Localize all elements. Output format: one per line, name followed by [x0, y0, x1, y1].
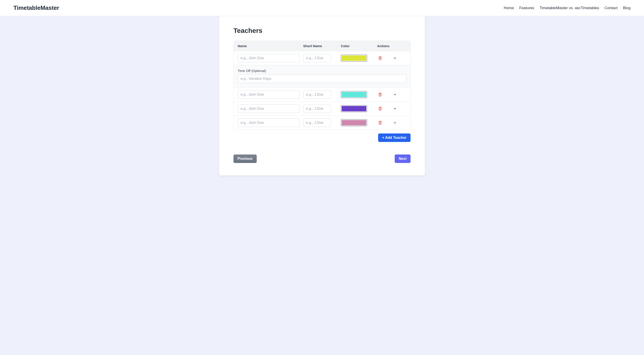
- expand-button[interactable]: [392, 92, 398, 98]
- timeoff-label: Time Off (Optional): [238, 69, 406, 73]
- table-row: [234, 88, 410, 102]
- chevron-down-icon: [393, 121, 397, 125]
- short-name-input[interactable]: [303, 54, 331, 62]
- nav-link-contact[interactable]: Contact: [604, 6, 618, 10]
- short-name-input[interactable]: [303, 118, 331, 127]
- expanded-row: Time Off (Optional): [234, 65, 410, 88]
- trash-icon: [378, 120, 382, 125]
- next-button[interactable]: Next: [395, 154, 410, 163]
- short-name-input[interactable]: [303, 90, 331, 99]
- teachers-card: Teachers Name Short Name Color Actions: [219, 16, 425, 176]
- trash-icon: [378, 56, 382, 60]
- top-nav: TimetableMaster Home Features TimetableM…: [0, 0, 644, 16]
- row-actions: [376, 92, 406, 98]
- nav-link-compare[interactable]: TimetableMaster vs. ascTimetables: [540, 6, 599, 10]
- chevron-down-icon: [393, 107, 397, 111]
- color-picker[interactable]: [341, 105, 367, 112]
- logo[interactable]: TimetableMaster: [14, 4, 59, 12]
- col-name: Name: [238, 44, 300, 48]
- collapse-button[interactable]: [392, 55, 398, 61]
- color-picker[interactable]: [341, 91, 367, 98]
- delete-button[interactable]: [377, 92, 383, 98]
- nav-link-home[interactable]: Home: [504, 6, 514, 10]
- color-picker[interactable]: [341, 54, 367, 62]
- expand-button[interactable]: [392, 106, 398, 112]
- nav-link-blog[interactable]: Blog: [623, 6, 630, 10]
- chevron-down-icon: [393, 92, 397, 96]
- row-actions: [376, 120, 406, 126]
- row-actions: [376, 55, 406, 61]
- col-actions: Actions: [376, 44, 406, 48]
- table-row: [234, 102, 410, 116]
- chevron-up-icon: [393, 56, 397, 60]
- name-input[interactable]: [238, 118, 300, 127]
- add-teacher-button[interactable]: + Add Teacher: [378, 134, 410, 142]
- row-actions: [376, 106, 406, 112]
- page-wrapper: Teachers Name Short Name Color Actions: [0, 16, 644, 184]
- page-title: Teachers: [234, 27, 410, 34]
- trash-icon: [378, 92, 382, 97]
- add-row-container: + Add Teacher: [234, 134, 410, 142]
- table-row: [234, 51, 410, 65]
- delete-button[interactable]: [377, 120, 383, 126]
- teachers-table: Name Short Name Color Actions: [234, 41, 410, 130]
- delete-button[interactable]: [377, 55, 383, 61]
- table-header: Name Short Name Color Actions: [234, 41, 410, 51]
- delete-button[interactable]: [377, 106, 383, 112]
- name-input[interactable]: [238, 54, 300, 62]
- short-name-input[interactable]: [303, 104, 331, 113]
- color-picker[interactable]: [341, 119, 367, 126]
- name-input[interactable]: [238, 90, 300, 99]
- expand-button[interactable]: [392, 120, 398, 126]
- table-row: [234, 116, 410, 130]
- col-short-name: Short Name: [303, 44, 337, 48]
- trash-icon: [378, 106, 382, 111]
- footer-actions: Previous Next: [234, 154, 410, 163]
- col-color: Color: [341, 44, 372, 48]
- nav-links: Home Features TimetableMaster vs. ascTim…: [504, 6, 630, 10]
- nav-link-features[interactable]: Features: [519, 6, 534, 10]
- name-input[interactable]: [238, 104, 300, 113]
- timeoff-input[interactable]: [238, 74, 406, 83]
- previous-button[interactable]: Previous: [234, 154, 257, 163]
